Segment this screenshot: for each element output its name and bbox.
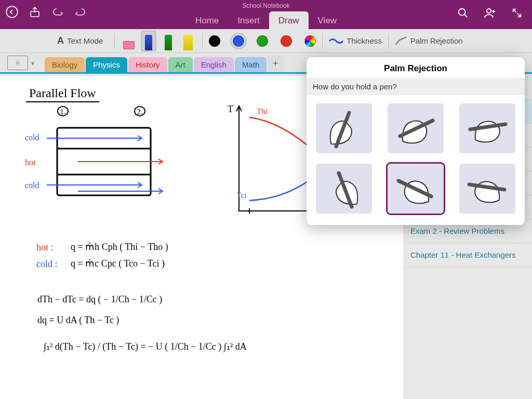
undo-button[interactable] bbox=[51, 5, 64, 19]
grip-option-5[interactable] bbox=[388, 164, 444, 214]
tab-draw[interactable]: Draw bbox=[269, 11, 309, 31]
tab-insert[interactable]: Insert bbox=[228, 11, 269, 31]
app-header: School Notebook Home Insert Draw View bbox=[0, 0, 532, 29]
svg-line-14 bbox=[469, 184, 504, 190]
eraser-tool[interactable] bbox=[121, 31, 137, 51]
pen-green[interactable] bbox=[161, 31, 176, 51]
notebook-picker-icon[interactable]: ⎘ bbox=[7, 56, 28, 70]
color-green[interactable] bbox=[257, 35, 268, 47]
grip-option-3[interactable] bbox=[459, 103, 515, 153]
share-button[interactable] bbox=[28, 5, 42, 19]
grip-options bbox=[307, 95, 525, 225]
tab-home[interactable]: Home bbox=[186, 11, 228, 31]
menu-tabs: Home Insert Draw View bbox=[186, 11, 346, 31]
svg-line-11 bbox=[470, 124, 506, 129]
notebook-title: School Notebook bbox=[242, 2, 289, 9]
redo-button[interactable] bbox=[74, 5, 87, 19]
color-blue[interactable] bbox=[233, 35, 244, 47]
back-button[interactable] bbox=[5, 5, 19, 19]
grip-option-2[interactable] bbox=[388, 103, 444, 153]
color-black[interactable] bbox=[209, 35, 220, 47]
section-tab-art[interactable]: Art bbox=[168, 57, 193, 72]
section-tab-history[interactable]: History bbox=[128, 57, 167, 72]
grip-option-1[interactable] bbox=[316, 103, 372, 153]
tab-view[interactable]: View bbox=[309, 11, 347, 31]
pen-yellow[interactable] bbox=[180, 31, 196, 51]
section-tab-physics[interactable]: Physics bbox=[86, 57, 127, 72]
note-title: Parallel Flow bbox=[26, 86, 99, 102]
section-tab-english[interactable]: English bbox=[194, 57, 234, 72]
palm-rejection-popover: Palm Rejection How do you hold a pen? bbox=[307, 57, 525, 225]
page-item[interactable]: Chapter 11 - Heat Exchangers bbox=[403, 243, 532, 267]
grip-option-6[interactable] bbox=[459, 164, 515, 214]
color-picker[interactable] bbox=[304, 35, 316, 47]
text-mode-button[interactable]: A Text Mode bbox=[57, 35, 103, 46]
notebook-chevron-icon[interactable]: ▾ bbox=[31, 60, 34, 67]
add-user-icon[interactable] bbox=[483, 6, 497, 20]
svg-point-3 bbox=[487, 9, 491, 13]
pen-blue[interactable] bbox=[141, 31, 156, 51]
color-red[interactable] bbox=[281, 35, 292, 47]
text-mode-label: Text Mode bbox=[67, 36, 103, 45]
svg-point-2 bbox=[459, 9, 466, 16]
popover-prompt: How do you hold a pen? bbox=[307, 78, 525, 95]
popover-title: Palm Rejection bbox=[307, 57, 525, 78]
svg-point-0 bbox=[6, 6, 18, 18]
draw-toolbar: A Text Mode Thickness Palm Rejection bbox=[0, 29, 532, 53]
thickness-button[interactable]: Thickness bbox=[329, 36, 382, 45]
add-section-button[interactable]: + bbox=[268, 55, 283, 72]
section-tab-math[interactable]: Math bbox=[235, 57, 267, 72]
section-tab-biology[interactable]: Biology bbox=[45, 57, 85, 72]
fullscreen-icon[interactable] bbox=[510, 6, 524, 20]
search-icon[interactable] bbox=[456, 6, 470, 20]
grip-option-4[interactable] bbox=[316, 164, 372, 214]
palm-rejection-button[interactable]: Palm Rejection bbox=[395, 36, 463, 46]
